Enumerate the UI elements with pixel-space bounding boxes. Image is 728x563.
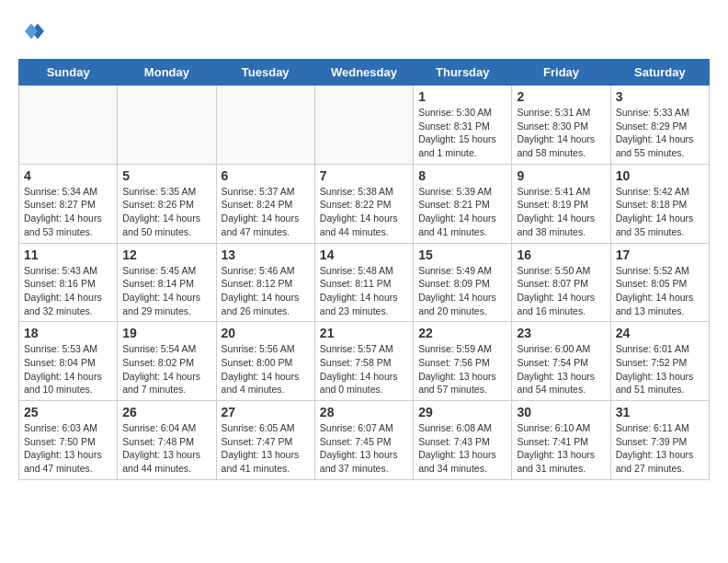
day-info: Sunrise: 6:04 AM Sunset: 7:48 PM Dayligh… (122, 421, 210, 476)
day-info: Sunrise: 5:33 AM Sunset: 8:29 PM Dayligh… (616, 106, 704, 160)
day-info: Sunrise: 6:03 AM Sunset: 7:50 PM Dayligh… (24, 421, 112, 476)
calendar-cell: 23Sunrise: 6:00 AM Sunset: 7:54 PM Dayli… (512, 322, 610, 401)
day-info: Sunrise: 6:08 AM Sunset: 7:43 PM Dayligh… (418, 421, 506, 476)
day-info: Sunrise: 5:39 AM Sunset: 8:21 PM Dayligh… (418, 185, 506, 239)
day-number: 8 (418, 168, 506, 183)
calendar-cell (314, 86, 413, 165)
week-row-1: 1Sunrise: 5:30 AM Sunset: 8:31 PM Daylig… (19, 86, 710, 165)
day-info: Sunrise: 5:57 AM Sunset: 7:58 PM Dayligh… (320, 342, 408, 396)
day-info: Sunrise: 6:05 AM Sunset: 7:47 PM Dayligh… (222, 421, 310, 476)
calendar-cell: 7Sunrise: 5:38 AM Sunset: 8:22 PM Daylig… (314, 164, 413, 243)
calendar-cell: 14Sunrise: 5:48 AM Sunset: 8:11 PM Dayli… (314, 243, 413, 322)
weekday-header-tuesday: Tuesday (216, 60, 314, 86)
day-info: Sunrise: 5:50 AM Sunset: 8:07 PM Dayligh… (517, 264, 605, 318)
day-info: Sunrise: 5:48 AM Sunset: 8:11 PM Dayligh… (320, 264, 408, 318)
day-number: 1 (418, 89, 506, 104)
calendar-cell: 17Sunrise: 5:52 AM Sunset: 8:05 PM Dayli… (610, 243, 709, 322)
day-number: 15 (418, 247, 506, 262)
page-header (18, 18, 710, 44)
day-number: 20 (222, 326, 310, 340)
calendar-cell: 25Sunrise: 6:03 AM Sunset: 7:50 PM Dayli… (19, 401, 118, 480)
day-info: Sunrise: 5:35 AM Sunset: 8:26 PM Dayligh… (122, 185, 210, 239)
calendar-cell: 19Sunrise: 5:54 AM Sunset: 8:02 PM Dayli… (118, 322, 216, 401)
day-number: 11 (24, 247, 112, 262)
calendar-cell: 24Sunrise: 6:01 AM Sunset: 7:52 PM Dayli… (610, 322, 709, 401)
day-number: 13 (222, 247, 310, 262)
day-info: Sunrise: 5:43 AM Sunset: 8:16 PM Dayligh… (24, 264, 112, 318)
weekday-header-thursday: Thursday (414, 60, 512, 86)
weekday-header-row: SundayMondayTuesdayWednesdayThursdayFrid… (19, 60, 710, 86)
day-number: 29 (418, 405, 506, 419)
day-number: 19 (122, 326, 210, 340)
day-info: Sunrise: 5:30 AM Sunset: 8:31 PM Dayligh… (418, 106, 506, 160)
week-row-5: 25Sunrise: 6:03 AM Sunset: 7:50 PM Dayli… (19, 401, 710, 480)
day-number: 2 (517, 89, 605, 104)
day-info: Sunrise: 5:56 AM Sunset: 8:00 PM Dayligh… (222, 342, 310, 396)
week-row-4: 18Sunrise: 5:53 AM Sunset: 8:04 PM Dayli… (19, 322, 710, 401)
calendar-table: SundayMondayTuesdayWednesdayThursdayFrid… (18, 59, 710, 480)
calendar-cell: 12Sunrise: 5:45 AM Sunset: 8:14 PM Dayli… (118, 243, 216, 322)
calendar-cell: 22Sunrise: 5:59 AM Sunset: 7:56 PM Dayli… (414, 322, 512, 401)
day-info: Sunrise: 5:42 AM Sunset: 8:18 PM Dayligh… (616, 185, 704, 239)
day-info: Sunrise: 5:37 AM Sunset: 8:24 PM Dayligh… (222, 185, 310, 239)
calendar-cell: 20Sunrise: 5:56 AM Sunset: 8:00 PM Dayli… (216, 322, 314, 401)
weekday-header-friday: Friday (512, 60, 610, 86)
weekday-header-wednesday: Wednesday (314, 60, 413, 86)
calendar-cell: 29Sunrise: 6:08 AM Sunset: 7:43 PM Dayli… (414, 401, 512, 480)
calendar-cell: 3Sunrise: 5:33 AM Sunset: 8:29 PM Daylig… (610, 86, 709, 165)
calendar-cell: 21Sunrise: 5:57 AM Sunset: 7:58 PM Dayli… (314, 322, 413, 401)
calendar-cell: 8Sunrise: 5:39 AM Sunset: 8:21 PM Daylig… (414, 164, 512, 243)
day-number: 16 (517, 247, 605, 262)
week-row-2: 4Sunrise: 5:34 AM Sunset: 8:27 PM Daylig… (19, 164, 710, 243)
calendar-cell: 30Sunrise: 6:10 AM Sunset: 7:41 PM Dayli… (512, 401, 610, 480)
day-info: Sunrise: 5:46 AM Sunset: 8:12 PM Dayligh… (222, 264, 310, 318)
day-number: 26 (122, 405, 210, 419)
calendar-cell: 10Sunrise: 5:42 AM Sunset: 8:18 PM Dayli… (610, 164, 709, 243)
calendar-cell: 18Sunrise: 5:53 AM Sunset: 8:04 PM Dayli… (19, 322, 118, 401)
day-number: 5 (122, 168, 210, 183)
day-info: Sunrise: 5:49 AM Sunset: 8:09 PM Dayligh… (418, 264, 506, 318)
day-number: 10 (616, 168, 704, 183)
week-row-3: 11Sunrise: 5:43 AM Sunset: 8:16 PM Dayli… (19, 243, 710, 322)
day-info: Sunrise: 5:38 AM Sunset: 8:22 PM Dayligh… (320, 185, 408, 239)
day-number: 17 (616, 247, 704, 262)
day-info: Sunrise: 6:00 AM Sunset: 7:54 PM Dayligh… (517, 342, 605, 396)
calendar-cell: 28Sunrise: 6:07 AM Sunset: 7:45 PM Dayli… (314, 401, 413, 480)
calendar-cell: 13Sunrise: 5:46 AM Sunset: 8:12 PM Dayli… (216, 243, 314, 322)
calendar-cell: 9Sunrise: 5:41 AM Sunset: 8:19 PM Daylig… (512, 164, 610, 243)
calendar-cell: 1Sunrise: 5:30 AM Sunset: 8:31 PM Daylig… (414, 86, 512, 165)
day-number: 4 (24, 168, 112, 183)
calendar-cell: 31Sunrise: 6:11 AM Sunset: 7:39 PM Dayli… (610, 401, 709, 480)
weekday-header-saturday: Saturday (610, 60, 709, 86)
day-number: 28 (320, 405, 408, 419)
day-info: Sunrise: 5:31 AM Sunset: 8:30 PM Dayligh… (517, 106, 605, 160)
day-number: 22 (418, 326, 506, 340)
calendar-cell: 4Sunrise: 5:34 AM Sunset: 8:27 PM Daylig… (19, 164, 118, 243)
day-number: 27 (222, 405, 310, 419)
calendar-cell: 6Sunrise: 5:37 AM Sunset: 8:24 PM Daylig… (216, 164, 314, 243)
day-info: Sunrise: 5:52 AM Sunset: 8:05 PM Dayligh… (616, 264, 704, 318)
day-number: 3 (616, 89, 704, 104)
day-info: Sunrise: 5:45 AM Sunset: 8:14 PM Dayligh… (122, 264, 210, 318)
day-number: 14 (320, 247, 408, 262)
day-number: 31 (616, 405, 704, 419)
day-info: Sunrise: 5:41 AM Sunset: 8:19 PM Dayligh… (517, 185, 605, 239)
day-number: 21 (320, 326, 408, 340)
day-number: 30 (517, 405, 605, 419)
day-number: 18 (24, 326, 112, 340)
day-number: 23 (517, 326, 605, 340)
weekday-header-sunday: Sunday (19, 60, 118, 86)
calendar-cell (118, 86, 216, 165)
day-info: Sunrise: 6:07 AM Sunset: 7:45 PM Dayligh… (320, 421, 408, 476)
calendar-cell (216, 86, 314, 165)
day-number: 9 (517, 168, 605, 183)
day-number: 7 (320, 168, 408, 183)
calendar-cell: 27Sunrise: 6:05 AM Sunset: 7:47 PM Dayli… (216, 401, 314, 480)
day-number: 25 (24, 405, 112, 419)
calendar-cell: 11Sunrise: 5:43 AM Sunset: 8:16 PM Dayli… (19, 243, 118, 322)
calendar-cell: 16Sunrise: 5:50 AM Sunset: 8:07 PM Dayli… (512, 243, 610, 322)
calendar-cell: 15Sunrise: 5:49 AM Sunset: 8:09 PM Dayli… (414, 243, 512, 322)
calendar-cell: 2Sunrise: 5:31 AM Sunset: 8:30 PM Daylig… (512, 86, 610, 165)
day-number: 24 (616, 326, 704, 340)
day-info: Sunrise: 6:11 AM Sunset: 7:39 PM Dayligh… (616, 421, 704, 476)
